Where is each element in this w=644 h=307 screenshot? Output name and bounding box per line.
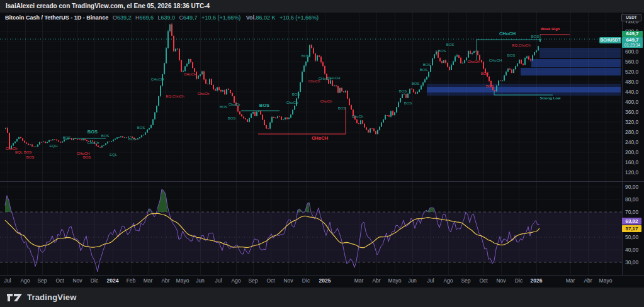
svg-text:BOS: BOS bbox=[531, 35, 539, 38]
svg-text:CHoCH: CHoCH bbox=[151, 77, 164, 81]
svg-text:EQL: EQL bbox=[15, 150, 23, 154]
svg-text:EQH: EQH bbox=[49, 144, 57, 148]
attribution-bar: IsaiAlexei creado con TradingView.com, e… bbox=[0, 0, 644, 13]
svg-text:EQ,ChoCh: EQ,ChoCh bbox=[166, 94, 184, 98]
footer-bar: TradingView bbox=[0, 287, 644, 307]
rsi-tick-label: 80,00 bbox=[625, 196, 639, 203]
time-tick-label: Sep bbox=[248, 277, 257, 284]
open-value: 639,2 bbox=[117, 14, 132, 21]
rsi-tick-label: 40,00 bbox=[625, 247, 639, 253]
svg-text:BOS: BOS bbox=[507, 53, 516, 57]
svg-text:BOS: BOS bbox=[423, 63, 431, 67]
time-tick-label: Jul bbox=[215, 277, 222, 284]
price-tick-label: 560,0 bbox=[625, 59, 639, 65]
time-tick-label: Oct bbox=[55, 277, 64, 284]
svg-text:BOS: BOS bbox=[412, 82, 420, 86]
svg-text:BOS: BOS bbox=[338, 106, 346, 110]
rsi-value-badge: 63,02 bbox=[622, 218, 641, 225]
svg-text:ChoCh: ChoCh bbox=[88, 141, 99, 145]
svg-text:BOS: BOS bbox=[137, 126, 145, 130]
price-tick-label: 200,0 bbox=[625, 149, 639, 155]
attribution-text: IsaiAlexei creado con TradingView.com, e… bbox=[6, 3, 210, 9]
svg-text:EQL: EQL bbox=[110, 153, 118, 157]
svg-text:BOS: BOS bbox=[228, 116, 236, 120]
svg-text:CHoCH: CHoCH bbox=[184, 72, 197, 76]
low-value: 639,0 bbox=[161, 14, 176, 21]
time-tick-label: Mar bbox=[144, 277, 153, 284]
time-tick-label: Abr bbox=[161, 277, 169, 284]
time-tick-label: Ago bbox=[231, 277, 240, 284]
svg-text:BOS: BOS bbox=[404, 101, 412, 105]
symbol-title[interactable]: Bitcoin Cash / TetherUS - 1D - Binance bbox=[5, 14, 108, 21]
svg-text:BOS: BOS bbox=[302, 54, 310, 58]
close-value: 649,7 bbox=[183, 14, 198, 21]
time-tick-label: 2024 bbox=[107, 277, 119, 284]
svg-text:ChoCh: ChoCh bbox=[352, 114, 364, 118]
svg-text:CHoCH: CHoCH bbox=[312, 135, 328, 141]
svg-text:BOS: BOS bbox=[399, 89, 407, 93]
svg-text:BOS: BOS bbox=[128, 137, 137, 141]
time-tick-label: Ago bbox=[20, 277, 30, 284]
price-tick-label: 600,0 bbox=[625, 48, 639, 55]
time-tick-label: Jun bbox=[196, 277, 205, 284]
time-tick-label: Dic bbox=[91, 277, 99, 284]
price-tick-label: 160,0 bbox=[625, 159, 639, 165]
svg-text:BOS: BOS bbox=[101, 134, 110, 138]
bar-countdown: 01:23:34 bbox=[622, 43, 643, 47]
rsi-tick-label: 70,00 bbox=[625, 209, 639, 215]
rsi-ma-value-badge: 57,17 bbox=[622, 225, 641, 232]
svg-text:BOS: BOS bbox=[24, 150, 32, 154]
tradingview-logo-icon[interactable] bbox=[6, 293, 23, 303]
price-tick-label: 520,0 bbox=[625, 69, 639, 75]
time-tick-label: Jul bbox=[4, 277, 11, 284]
time-tick-label: 2025 bbox=[319, 277, 331, 284]
time-tick-label: Abr bbox=[372, 277, 380, 284]
time-tick-label: Oct bbox=[266, 277, 275, 284]
time-axis[interactable]: JulAgoSepOctNovDic2024FebMarAbrMayoJunJu… bbox=[4, 277, 613, 284]
svg-text:BOS: BOS bbox=[83, 155, 91, 159]
svg-text:ChoCh: ChoCh bbox=[286, 101, 298, 104]
time-tick-label: 2026 bbox=[531, 277, 543, 284]
high-value: 669,6 bbox=[139, 14, 154, 21]
chart-canvas[interactable]: ChoChEQLBOSBOSEQHBOSChoChCHoCHBOSBOSEQLB… bbox=[0, 0, 644, 307]
svg-text:BOS: BOS bbox=[481, 72, 489, 75]
currency-toggle-button[interactable]: USDT bbox=[621, 14, 641, 21]
svg-text:ChoCh: ChoCh bbox=[468, 60, 480, 64]
time-tick-label: Nov bbox=[496, 277, 506, 284]
symbol-price-value: 649,7 bbox=[622, 37, 643, 43]
svg-text:BOS: BOS bbox=[486, 84, 494, 88]
svg-text:ChoCh: ChoCh bbox=[198, 92, 210, 96]
svg-text:BOS: BOS bbox=[259, 103, 269, 108]
svg-text:BOS: BOS bbox=[88, 129, 98, 135]
open-label: O bbox=[113, 14, 117, 21]
svg-text:CHoCH: CHoCH bbox=[489, 59, 502, 62]
rsi-tick-label: 90,00 bbox=[625, 184, 639, 190]
time-tick-label: Jul bbox=[427, 277, 434, 284]
volume-label: Vol. bbox=[246, 14, 256, 21]
rsi-tick-label: 30,00 bbox=[625, 259, 639, 265]
svg-text:BOS: BOS bbox=[446, 43, 455, 47]
price-tick-label: 320,0 bbox=[625, 119, 639, 125]
time-tick-label: Mayo bbox=[388, 277, 402, 284]
symbol-price-badge: 649,7 01:23:34 bbox=[622, 37, 643, 48]
time-tick-label: Dic bbox=[515, 277, 523, 284]
time-tick-label: Ago bbox=[443, 277, 453, 284]
svg-text:BOS: BOS bbox=[26, 155, 35, 159]
tradingview-logo-text[interactable]: TradingView bbox=[27, 293, 77, 302]
svg-text:BOS: BOS bbox=[420, 68, 428, 72]
price-tick-label: 360,0 bbox=[625, 109, 639, 115]
price-tick-label: 400,0 bbox=[625, 99, 639, 105]
time-tick-label: Dic bbox=[302, 277, 310, 284]
volume-value: 86,02 K bbox=[256, 14, 276, 21]
time-tick-label: Mar bbox=[566, 277, 575, 284]
svg-text:BOS: BOS bbox=[63, 136, 71, 140]
svg-text:Strong Low: Strong Low bbox=[540, 96, 561, 100]
change-value: +10,6 (+1,66%) bbox=[201, 14, 240, 21]
svg-text:EQ,ChoCh: EQ,ChoCh bbox=[512, 43, 530, 47]
time-tick-label: Nov bbox=[283, 277, 293, 284]
svg-text:CHoCH: CHoCH bbox=[499, 31, 516, 36]
time-tick-label: Mayo bbox=[176, 277, 189, 284]
symbol-legend[interactable]: Bitcoin Cash / TetherUS - 1D - Binance O… bbox=[5, 14, 319, 21]
price-tick-label: 120,0 bbox=[625, 169, 639, 176]
last-price-badge: 649,7 bbox=[622, 31, 643, 37]
